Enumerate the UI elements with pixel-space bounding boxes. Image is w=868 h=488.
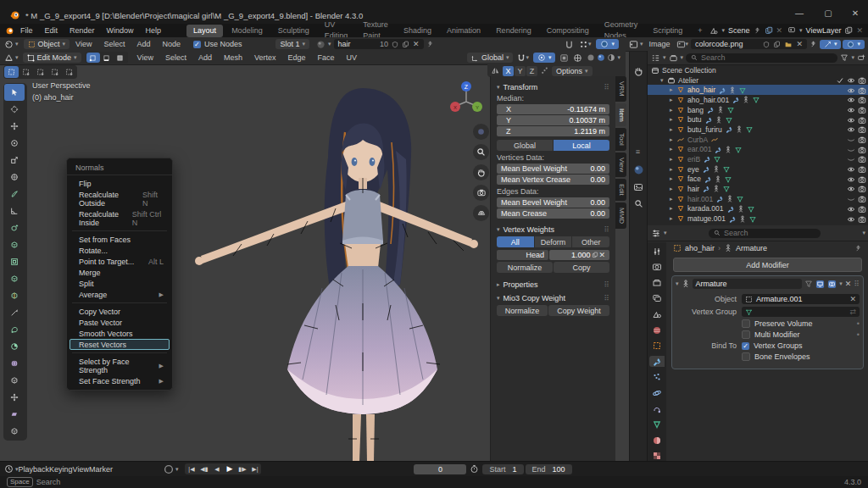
workspace-tab-compositing[interactable]: Compositing: [540, 25, 596, 37]
outliner-row-butu-furiru[interactable]: ▸butu_furiru: [648, 125, 868, 135]
tool-move[interactable]: [4, 118, 25, 135]
panel-expand-icon[interactable]: ▾: [676, 280, 679, 287]
menu-item-reset-vectors[interactable]: Reset Vectors: [70, 339, 170, 350]
expand-icon[interactable]: ▸: [670, 186, 676, 192]
properties-tab-material[interactable]: [649, 435, 665, 446]
mirror-x-button[interactable]: X: [503, 66, 514, 76]
n-panel-tab-item[interactable]: Item: [615, 103, 626, 127]
maximize-button[interactable]: ▢: [822, 8, 834, 19]
mode-dropdown[interactable]: Edit Mode▾: [23, 53, 81, 63]
tool-scale[interactable]: [4, 152, 25, 169]
hide-toggle[interactable]: [847, 115, 855, 125]
median-y-field[interactable]: Y0.10037 m: [497, 115, 609, 125]
play-reverse-button[interactable]: ◀: [210, 463, 223, 474]
outliner-row-scene-collection[interactable]: Scene Collection: [648, 65, 868, 75]
mio3-section-header[interactable]: ▾Mio3 Copy Weight⠿: [497, 294, 609, 302]
pin-icon[interactable]: [754, 27, 761, 35]
add-workspace-button[interactable]: +: [691, 25, 709, 37]
menu-item-recalculate-outside[interactable]: Recalculate OutsideShift N: [67, 189, 172, 208]
median-z-field[interactable]: Z1.2119 m: [497, 126, 609, 136]
expand-icon[interactable]: ▸: [670, 97, 676, 103]
pin-icon[interactable]: [810, 41, 817, 48]
expand-icon[interactable]: ▸: [670, 116, 676, 123]
render-toggle[interactable]: [858, 125, 866, 135]
menu-window[interactable]: Window: [101, 24, 140, 37]
delete-weight-icon[interactable]: ✕: [598, 251, 605, 259]
breadcrumb-modifier[interactable]: Armature: [736, 244, 767, 252]
weights-filter-all[interactable]: All: [497, 236, 535, 247]
hide-toggle[interactable]: [847, 105, 855, 114]
hide-toggle[interactable]: [847, 164, 855, 174]
viewport-menu-view[interactable]: View: [131, 51, 159, 64]
vertex-weights-section-header[interactable]: ▾Vertex Weights⠿: [497, 225, 609, 234]
current-frame-field[interactable]: 0: [414, 464, 466, 474]
n-panel-tab-tool[interactable]: Tool: [615, 128, 626, 151]
perspective-toggle-icon[interactable]: [473, 124, 489, 140]
select-extend-button[interactable]: [33, 66, 47, 78]
timeline-menu-playback[interactable]: Playback: [19, 465, 50, 474]
tool-extrude-region[interactable]: [4, 236, 25, 253]
outliner-row-matuge-001[interactable]: ▸matuge.001: [648, 214, 868, 224]
render-toggle[interactable]: [858, 185, 866, 194]
outliner-row-atelier[interactable]: ▾Atelier: [648, 75, 868, 86]
outliner-row-hair[interactable]: ▸hair: [648, 184, 868, 194]
workspace-tab-layout[interactable]: Layout: [186, 25, 223, 37]
hide-toggle[interactable]: [847, 135, 855, 144]
vertex-group-field[interactable]: ⇄: [742, 307, 860, 317]
hide-toggle[interactable]: [847, 194, 855, 203]
fake-user-shield-icon[interactable]: [763, 41, 770, 48]
image-display-dropdown[interactable]: ▾: [843, 40, 865, 49]
close-button[interactable]: ✕: [849, 8, 861, 19]
outliner-row-erib[interactable]: ▸eriB: [648, 154, 868, 164]
n-panel-tab-view[interactable]: View: [615, 152, 626, 177]
expand-icon[interactable]: ▸: [670, 86, 676, 93]
outliner-row-hair-001[interactable]: ▸hair.001: [648, 194, 868, 204]
weight-group-name[interactable]: Head: [497, 250, 548, 260]
mean-vertex-crease-field[interactable]: Mean Vertex Crease0.00: [497, 175, 609, 185]
jump-to-start-button[interactable]: |◀: [185, 463, 198, 474]
edge-mean-bevel-weight-field[interactable]: Mean Bevel Weight0.00: [497, 197, 609, 208]
proportional-falloff-icon[interactable]: [540, 66, 549, 75]
workspace-tab-rendering[interactable]: Rendering: [489, 25, 538, 37]
menu-edit[interactable]: Edit: [39, 24, 64, 37]
render-toggle[interactable]: [858, 194, 866, 203]
tool-annotate[interactable]: [4, 186, 25, 202]
zoom-icon[interactable]: [473, 144, 489, 160]
image-icon[interactable]: [633, 182, 643, 192]
expand-icon[interactable]: ▸: [670, 166, 676, 173]
viewport-menu-face[interactable]: Face: [312, 51, 341, 64]
hand-tool-icon[interactable]: [633, 66, 643, 76]
render-toggle[interactable]: [858, 175, 866, 184]
tweak-button[interactable]: [4, 66, 19, 78]
edge-select-mode-button[interactable]: [100, 53, 114, 63]
tool-add-cube[interactable]: [4, 219, 25, 236]
select-subtract-button[interactable]: [47, 66, 62, 78]
previous-keyframe-button[interactable]: ◀▮: [198, 463, 210, 474]
expand-icon[interactable]: ▸: [670, 196, 676, 202]
timeline-menu-keying[interactable]: Keying: [49, 465, 73, 474]
material-preview-shading-icon[interactable]: [607, 53, 615, 62]
modifier-extras-icon[interactable]: ▾: [839, 280, 843, 287]
menu-file[interactable]: File: [14, 24, 39, 37]
workspace-tab-sculpting[interactable]: Sculpting: [271, 25, 316, 37]
menu-item-average[interactable]: Average▶: [67, 289, 172, 300]
properties-search[interactable]: Search: [709, 229, 821, 238]
global-space-button[interactable]: Global: [497, 140, 554, 151]
tool-knife[interactable]: [4, 304, 25, 321]
weights-filter-deform[interactable]: Deform: [535, 236, 573, 247]
tool-rip-region[interactable]: [4, 423, 25, 440]
play-button[interactable]: ▶: [223, 463, 236, 474]
bind-vertex-groups-option[interactable]: ✓Vertex Groups: [742, 341, 860, 350]
render-toggle[interactable]: [858, 164, 866, 174]
menu-item-copy-vector[interactable]: Copy Vector: [67, 306, 172, 317]
transform-section-header[interactable]: ▾Transform⠿: [497, 83, 609, 92]
invert-vertex-group-icon[interactable]: ⇄: [849, 308, 856, 316]
next-keyframe-button[interactable]: ▮▶: [236, 463, 248, 474]
properties-tab-particles[interactable]: [649, 372, 665, 383]
editor-type-button[interactable]: ▾: [629, 40, 643, 49]
tool-spin[interactable]: [4, 338, 25, 355]
expand-icon[interactable]: ▸: [670, 126, 676, 133]
render-toggle[interactable]: [858, 135, 866, 144]
new-scene-icon[interactable]: [765, 26, 773, 35]
workspace-tab-modeling[interactable]: Modeling: [225, 25, 270, 37]
